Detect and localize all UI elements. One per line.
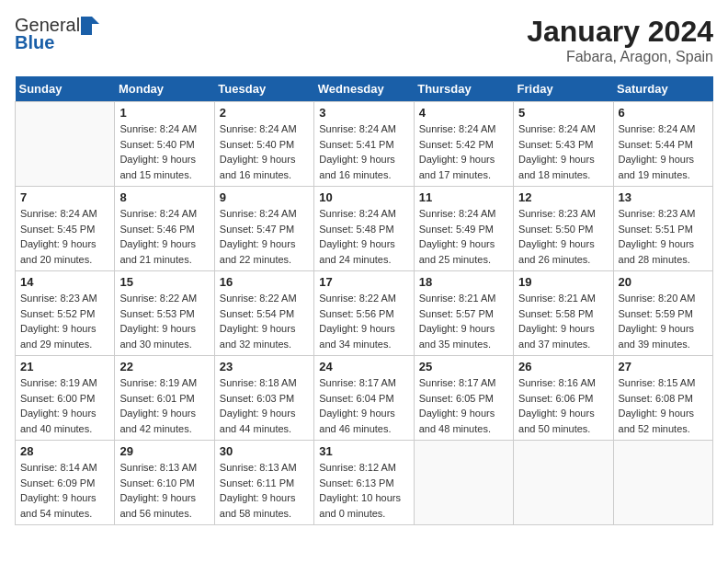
svg-marker-0: [81, 17, 99, 35]
calendar-cell: 14Sunrise: 8:23 AMSunset: 5:52 PMDayligh…: [16, 271, 115, 356]
weekday-wednesday: Wednesday: [314, 76, 414, 102]
day-info-line: and 44 minutes.: [220, 421, 309, 437]
calendar-cell: 22Sunrise: 8:19 AMSunset: 6:01 PMDayligh…: [115, 356, 214, 441]
day-info-line: Daylight: 9 hours: [319, 406, 408, 421]
day-info-line: Sunset: 6:09 PM: [20, 476, 109, 491]
day-info: Sunrise: 8:23 AMSunset: 5:50 PMDaylight:…: [518, 206, 608, 267]
day-info-line: Sunrise: 8:22 AM: [119, 291, 209, 306]
day-info-line: Sunset: 5:49 PM: [419, 222, 508, 237]
day-info-line: and 26 minutes.: [518, 252, 608, 268]
day-info-line: Sunset: 5:57 PM: [419, 306, 508, 322]
day-info-line: Daylight: 9 hours: [419, 236, 508, 252]
day-info-line: Sunset: 6:00 PM: [20, 391, 109, 407]
day-info: Sunrise: 8:13 AMSunset: 6:10 PMDaylight:…: [119, 460, 209, 521]
day-info-line: and 22 minutes.: [220, 252, 309, 268]
day-info-line: Daylight: 9 hours: [20, 490, 109, 506]
day-info-line: Sunrise: 8:21 AM: [518, 291, 608, 306]
day-info-line: Sunset: 5:47 PM: [220, 222, 309, 237]
day-info-line: Daylight: 9 hours: [518, 406, 608, 421]
day-number: 9: [220, 190, 309, 204]
day-info: Sunrise: 8:14 AMSunset: 6:09 PMDaylight:…: [20, 460, 109, 521]
calendar-week-4: 21Sunrise: 8:19 AMSunset: 6:00 PMDayligh…: [16, 356, 713, 441]
day-info: Sunrise: 8:21 AMSunset: 5:57 PMDaylight:…: [419, 291, 508, 351]
calendar-header: SundayMondayTuesdayWednesdayThursdayFrid…: [16, 76, 713, 102]
day-info-line: Sunrise: 8:15 AM: [619, 375, 708, 391]
day-number: 29: [119, 444, 209, 458]
page-title: January 2024: [527, 15, 713, 49]
day-number: 2: [220, 106, 309, 120]
calendar-cell: 10Sunrise: 8:24 AMSunset: 5:48 PMDayligh…: [314, 187, 414, 271]
day-info-line: Sunrise: 8:18 AM: [220, 375, 309, 391]
day-info-line: Daylight: 9 hours: [20, 406, 109, 421]
day-number: 30: [220, 444, 309, 458]
day-number: 25: [419, 360, 508, 373]
day-number: 19: [518, 275, 608, 289]
day-info-line: and 19 minutes.: [619, 167, 708, 183]
day-info-line: and 46 minutes.: [319, 421, 408, 437]
day-info-line: Daylight: 9 hours: [20, 236, 109, 252]
calendar-cell: 28Sunrise: 8:14 AMSunset: 6:09 PMDayligh…: [16, 441, 115, 525]
weekday-sunday: Sunday: [16, 76, 115, 102]
day-info: Sunrise: 8:16 AMSunset: 6:06 PMDaylight:…: [518, 375, 608, 436]
day-number: 7: [20, 190, 109, 204]
day-number: 10: [319, 190, 408, 204]
day-info-line: Sunrise: 8:24 AM: [419, 121, 508, 137]
day-info-line: Sunrise: 8:22 AM: [319, 291, 408, 306]
calendar-cell: 27Sunrise: 8:15 AMSunset: 6:08 PMDayligh…: [613, 356, 712, 441]
day-info-line: Sunset: 6:13 PM: [319, 476, 408, 491]
day-info: Sunrise: 8:22 AMSunset: 5:54 PMDaylight:…: [220, 291, 309, 351]
day-info: Sunrise: 8:24 AMSunset: 5:46 PMDaylight:…: [119, 206, 209, 267]
day-info-line: Sunrise: 8:16 AM: [518, 375, 608, 391]
day-info: Sunrise: 8:13 AMSunset: 6:11 PMDaylight:…: [220, 460, 309, 521]
day-info-line: and 39 minutes.: [619, 337, 708, 352]
day-info-line: and 29 minutes.: [20, 337, 109, 352]
calendar-cell: 24Sunrise: 8:17 AMSunset: 6:04 PMDayligh…: [314, 356, 414, 441]
day-info-line: Sunrise: 8:24 AM: [220, 206, 309, 222]
title-block: January 2024 Fabara, Aragon, Spain: [527, 15, 713, 65]
day-info-line: Daylight: 9 hours: [220, 321, 309, 337]
day-number: 23: [220, 360, 309, 373]
day-info-line: Sunrise: 8:13 AM: [119, 460, 209, 476]
calendar-cell: 9Sunrise: 8:24 AMSunset: 5:47 PMDaylight…: [214, 187, 313, 271]
day-info-line: Daylight: 9 hours: [119, 321, 209, 337]
day-info: Sunrise: 8:24 AMSunset: 5:49 PMDaylight:…: [419, 206, 508, 267]
day-info-line: Sunset: 5:56 PM: [319, 306, 408, 322]
day-number: 20: [619, 275, 708, 289]
calendar-cell: 29Sunrise: 8:13 AMSunset: 6:10 PMDayligh…: [115, 441, 214, 525]
day-info-line: Sunset: 5:40 PM: [220, 137, 309, 153]
day-info: Sunrise: 8:24 AMSunset: 5:43 PMDaylight:…: [518, 121, 608, 182]
day-info-line: Sunrise: 8:24 AM: [518, 121, 608, 137]
day-info-line: Sunset: 5:50 PM: [518, 222, 608, 237]
day-info-line: Sunset: 5:44 PM: [619, 137, 708, 153]
day-info: Sunrise: 8:15 AMSunset: 6:08 PMDaylight:…: [619, 375, 708, 436]
day-number: 13: [619, 190, 708, 204]
day-info-line: Sunrise: 8:20 AM: [619, 291, 708, 306]
day-info-line: and 0 minutes.: [319, 506, 408, 522]
day-info-line: and 35 minutes.: [419, 337, 508, 352]
day-info-line: Daylight: 9 hours: [419, 406, 508, 421]
day-info-line: Sunrise: 8:21 AM: [419, 291, 508, 306]
calendar-cell: 30Sunrise: 8:13 AMSunset: 6:11 PMDayligh…: [214, 441, 313, 525]
calendar-cell: 18Sunrise: 8:21 AMSunset: 5:57 PMDayligh…: [414, 271, 513, 356]
day-info-line: Sunset: 5:45 PM: [20, 222, 109, 237]
day-number: 27: [619, 360, 708, 373]
day-info-line: Sunrise: 8:24 AM: [20, 206, 109, 222]
day-info: Sunrise: 8:22 AMSunset: 5:53 PMDaylight:…: [119, 291, 209, 351]
day-info-line: Sunrise: 8:24 AM: [119, 206, 209, 222]
day-number: 24: [319, 360, 408, 373]
calendar-cell: 15Sunrise: 8:22 AMSunset: 5:53 PMDayligh…: [115, 271, 214, 356]
calendar-body: 1Sunrise: 8:24 AMSunset: 5:40 PMDaylight…: [16, 102, 713, 525]
logo-icon: [81, 17, 99, 35]
day-info-line: and 32 minutes.: [220, 337, 309, 352]
day-info-line: and 18 minutes.: [518, 167, 608, 183]
day-info-line: Sunset: 6:11 PM: [220, 476, 309, 491]
calendar-week-1: 1Sunrise: 8:24 AMSunset: 5:40 PMDaylight…: [16, 102, 713, 187]
day-info-line: and 40 minutes.: [20, 421, 109, 437]
day-info-line: and 24 minutes.: [319, 252, 408, 268]
weekday-saturday: Saturday: [613, 76, 712, 102]
day-info-line: Sunrise: 8:14 AM: [20, 460, 109, 476]
day-info-line: Sunset: 5:41 PM: [319, 137, 408, 153]
day-info: Sunrise: 8:24 AMSunset: 5:44 PMDaylight:…: [619, 121, 708, 182]
day-info-line: and 37 minutes.: [518, 337, 608, 352]
calendar-cell: 17Sunrise: 8:22 AMSunset: 5:56 PMDayligh…: [314, 271, 414, 356]
